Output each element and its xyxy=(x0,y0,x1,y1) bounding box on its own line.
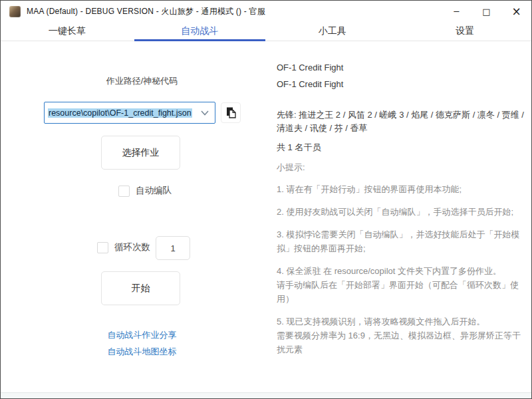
tab-bar: 一键长草 自动战斗 小工具 设置 xyxy=(1,22,531,41)
tip-item-5: 5. 现已支持视频识别，请将攻略视频文件拖入后开始。 需要视频分辨率为 16:9… xyxy=(277,315,524,356)
auto-squad-label[interactable]: 自动编队 xyxy=(136,185,172,197)
copy-button[interactable] xyxy=(221,102,241,123)
active-tab-underline xyxy=(134,39,266,41)
path-label: 作业路径/神秘代码 xyxy=(44,75,240,87)
tab-auto-battle[interactable]: 自动战斗 xyxy=(134,22,267,41)
copilot-path-combobox[interactable]: resource\copilot\OF-1_credit_fight.json xyxy=(44,102,215,124)
operator-count: 共 1 名干员 xyxy=(277,142,524,154)
tip-item-3: 3. 模拟悖论需要关闭「自动编队」，并选好技能后处于「开始模拟」按钮的界面再开始… xyxy=(277,227,524,255)
selected-text: resource\copilot\OF-1_credit_fight.json xyxy=(48,108,192,118)
copilot-share-link[interactable]: 自动战斗作业分享 xyxy=(44,329,240,341)
loop-times-checkbox[interactable] xyxy=(97,242,108,253)
copy-icon xyxy=(225,106,237,119)
copilot-path-value: resource\copilot\OF-1_credit_fight.json xyxy=(48,108,198,118)
close-button[interactable]: × xyxy=(501,1,531,22)
operator-list: 先锋: 推进之王 2 / 风笛 2 / 嵯峨 3 / 焰尾 / 德克萨斯 / 凛… xyxy=(277,108,524,135)
chevron-down-icon[interactable] xyxy=(198,110,212,116)
app-window: MAA (Default) - DEBUG VERSION - 火山旅梦 - 通… xyxy=(0,0,532,399)
title-bar: MAA (Default) - DEBUG VERSION - 火山旅梦 - 通… xyxy=(1,1,531,22)
loop-count-input[interactable]: 1 xyxy=(156,236,190,260)
tip-item-1: 1. 请在有「开始行动」按钮的界面再使用本功能; xyxy=(277,182,524,196)
tab-auto-battle-label: 自动战斗 xyxy=(181,25,218,37)
app-logo-icon xyxy=(9,6,21,17)
minimize-button[interactable]: ─ xyxy=(442,1,471,22)
window-title: MAA (Default) - DEBUG VERSION - 火山旅梦 - 通… xyxy=(27,6,265,17)
status-strip xyxy=(1,392,531,398)
loop-times-row: 循环次数 xyxy=(97,241,150,253)
auto-squad-row: 自动编队 xyxy=(118,185,172,197)
copilot-subtitle: OF-1 Credit Fight xyxy=(277,79,524,89)
tab-tools[interactable]: 小工具 xyxy=(266,22,399,41)
tab-farming[interactable]: 一键长草 xyxy=(1,22,134,41)
select-copilot-button[interactable]: 选择作业 xyxy=(101,136,180,170)
auto-squad-checkbox[interactable] xyxy=(118,186,130,197)
map-coordinates-link[interactable]: 自动战斗地图坐标 xyxy=(44,346,240,358)
copilot-info-panel: OF-1 Credit Fight OF-1 Credit Fight 先锋: … xyxy=(277,63,524,356)
start-button[interactable]: 开始 xyxy=(101,271,180,305)
tips-header: 小提示: xyxy=(277,162,524,174)
tab-settings[interactable]: 设置 xyxy=(399,22,532,41)
tip-item-2: 2. 使用好友助战可以关闭「自动编队」，手动选择干员后开始; xyxy=(277,205,524,219)
window-controls: ─ □ × xyxy=(442,1,531,22)
loop-times-label[interactable]: 循环次数 xyxy=(114,241,150,253)
maximize-button[interactable]: □ xyxy=(471,1,501,22)
copilot-title: OF-1 Credit Fight xyxy=(277,63,524,72)
tip-item-4: 4. 保全派驻 在 resource/copilot 文件夹下内置了多份作业。 … xyxy=(277,264,524,306)
